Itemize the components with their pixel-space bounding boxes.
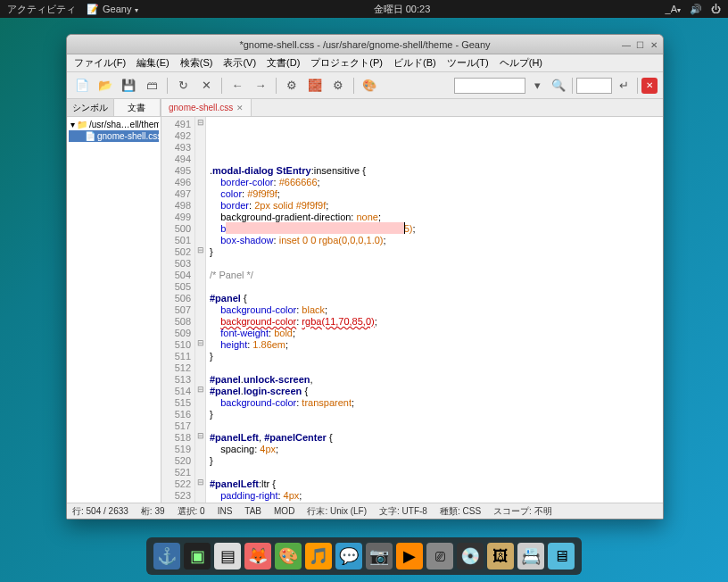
- editor-tab[interactable]: gnome-shell.css✕: [161, 99, 252, 116]
- save-all-icon[interactable]: 🗃: [142, 76, 161, 96]
- separator: [221, 78, 222, 94]
- menubar: ファイル(F) 編集(E) 検索(S) 表示(V) 文書(D) プロジェクト(P…: [67, 54, 663, 72]
- separator: [572, 78, 573, 94]
- menu-file[interactable]: ファイル(F): [70, 54, 129, 71]
- expand-icon: ▾: [70, 120, 75, 129]
- geany-window: *gnome-shell.css - /usr/share/gnome-shel…: [66, 34, 664, 520]
- line-highlight: [226, 222, 404, 234]
- fold-gutter[interactable]: ⊟⊟⊟⊟⊟⊟⊟: [195, 117, 206, 503]
- dock-vlc-icon[interactable]: ▶: [396, 543, 423, 570]
- menu-tools[interactable]: ツール(T): [443, 54, 492, 71]
- dock-firefox-icon[interactable]: 🦊: [244, 543, 271, 570]
- execute-icon[interactable]: ⚙: [328, 76, 348, 96]
- file-icon: 📄: [85, 131, 95, 141]
- menu-help[interactable]: ヘルプ(H): [496, 54, 546, 71]
- power-icon[interactable]: ⏻: [711, 4, 721, 14]
- dock-monitor-icon[interactable]: 🖥: [548, 543, 575, 570]
- clock[interactable]: 金曜日 00:23: [138, 3, 665, 16]
- search-input[interactable]: [454, 78, 525, 94]
- close-file-icon[interactable]: ✕: [196, 76, 216, 96]
- menu-view[interactable]: 表示(V): [219, 54, 260, 71]
- tab-close-icon[interactable]: ✕: [236, 104, 244, 112]
- dock-gimp-icon[interactable]: 🎨: [275, 543, 302, 570]
- dock-app-icon[interactable]: 📇: [517, 543, 544, 570]
- dock-disc-icon[interactable]: 💿: [457, 543, 484, 570]
- separator: [353, 78, 354, 94]
- input-method-indicator[interactable]: _A: [666, 4, 681, 14]
- status-sel: 選択: 0: [178, 505, 205, 518]
- code-body[interactable]: .modal-dialog StEntry:insensitive { bord…: [206, 117, 663, 503]
- code-editor[interactable]: 4914924934944954964974984995005015025035…: [161, 117, 663, 503]
- activities-button[interactable]: アクティビティ: [7, 3, 76, 16]
- volume-icon[interactable]: 🔊: [690, 4, 702, 15]
- status-mod: MOD: [274, 506, 294, 516]
- dock-anchor-icon[interactable]: ⚓: [153, 543, 180, 570]
- folder-icon: 📁: [77, 120, 87, 129]
- status-enc: 文字: UTF-8: [379, 505, 427, 518]
- menu-edit[interactable]: 編集(E): [133, 54, 173, 71]
- close-button[interactable]: ✕: [650, 40, 659, 49]
- menu-build[interactable]: ビルド(B): [390, 54, 440, 71]
- menu-project[interactable]: プロジェクト(P): [307, 54, 386, 71]
- sidebar-tab-symbols[interactable]: シンボル: [67, 99, 114, 116]
- status-filetype: 種類: CSS: [440, 505, 481, 518]
- tree-file[interactable]: 📄gnome-shell.css: [69, 130, 159, 142]
- status-scope: スコープ: 不明: [493, 505, 552, 518]
- search-dropdown-icon[interactable]: ▾: [527, 76, 547, 96]
- search-icon[interactable]: 🔍: [549, 76, 568, 96]
- sidebar: シンボル 文書 ▾📁/usr/sha…ell/theme 📄gnome-shel…: [67, 99, 161, 503]
- open-file-icon[interactable]: 📂: [95, 76, 115, 96]
- dock-terminal-icon[interactable]: ▣: [184, 543, 211, 570]
- dock-music-icon[interactable]: 🎵: [305, 543, 332, 570]
- sidebar-tab-documents[interactable]: 文書: [114, 99, 161, 116]
- statusbar: 行: 504 / 2633 桁: 39 選択: 0 INS TAB MOD 行末…: [67, 503, 663, 519]
- status-ins: INS: [218, 506, 233, 516]
- quit-icon[interactable]: ✕: [641, 78, 658, 94]
- tree-folder[interactable]: ▾📁/usr/sha…ell/theme: [69, 119, 159, 130]
- dock-mixer-icon[interactable]: ⎚: [426, 543, 453, 570]
- app-menu[interactable]: 📝Geany: [87, 3, 138, 16]
- new-file-icon[interactable]: 📄: [72, 76, 92, 96]
- separator: [637, 78, 638, 94]
- status-line: 行: 504 / 2633: [72, 505, 128, 518]
- separator: [167, 78, 168, 94]
- titlebar[interactable]: *gnome-shell.css - /usr/share/gnome-shel…: [67, 35, 663, 54]
- status-col: 桁: 39: [141, 505, 165, 518]
- compile-icon[interactable]: ⚙: [282, 76, 302, 96]
- dock: ⚓ ▣ ▤ 🦊 🎨 🎵 💬 📷 ▶ ⎚ 💿 🖼 📇 🖥: [146, 537, 582, 575]
- menu-search[interactable]: 検索(S): [177, 54, 217, 71]
- status-eol: 行末: Unix (LF): [307, 505, 367, 518]
- goto-line-input[interactable]: [576, 78, 612, 94]
- dock-image-icon[interactable]: 🖼: [487, 543, 514, 570]
- toolbar: 📄 📂 💾 🗃 ↻ ✕ ← → ⚙ 🧱 ⚙ 🎨 ▾ 🔍 ↵ ✕: [67, 72, 663, 99]
- color-picker-icon[interactable]: 🎨: [360, 76, 379, 96]
- gnome-top-bar: アクティビティ 📝Geany 金曜日 00:23 _A 🔊 ⏻: [0, 0, 728, 18]
- minimize-button[interactable]: —: [622, 40, 631, 49]
- dock-chat-icon[interactable]: 💬: [335, 543, 362, 570]
- goto-line-icon[interactable]: ↵: [614, 76, 633, 96]
- save-file-icon[interactable]: 💾: [119, 76, 138, 96]
- dock-screenshot-icon[interactable]: 📷: [366, 543, 393, 570]
- status-tab: TAB: [244, 506, 261, 516]
- cursor: [404, 222, 405, 234]
- build-icon[interactable]: 🧱: [305, 76, 325, 96]
- nav-back-icon[interactable]: ←: [228, 76, 247, 96]
- nav-forward-icon[interactable]: →: [251, 76, 270, 96]
- geany-icon: 📝: [87, 4, 99, 15]
- maximize-button[interactable]: ☐: [636, 40, 645, 49]
- dock-files-icon[interactable]: ▤: [214, 543, 241, 570]
- line-gutter: 4914924934944954964974984995005015025035…: [161, 117, 195, 503]
- editor-area: gnome-shell.css✕ 49149249349449549649749…: [161, 99, 663, 503]
- separator: [276, 78, 277, 94]
- window-title: *gnome-shell.css - /usr/share/gnome-shel…: [239, 39, 490, 50]
- reload-icon[interactable]: ↻: [173, 76, 193, 96]
- menu-document[interactable]: 文書(D): [263, 54, 303, 71]
